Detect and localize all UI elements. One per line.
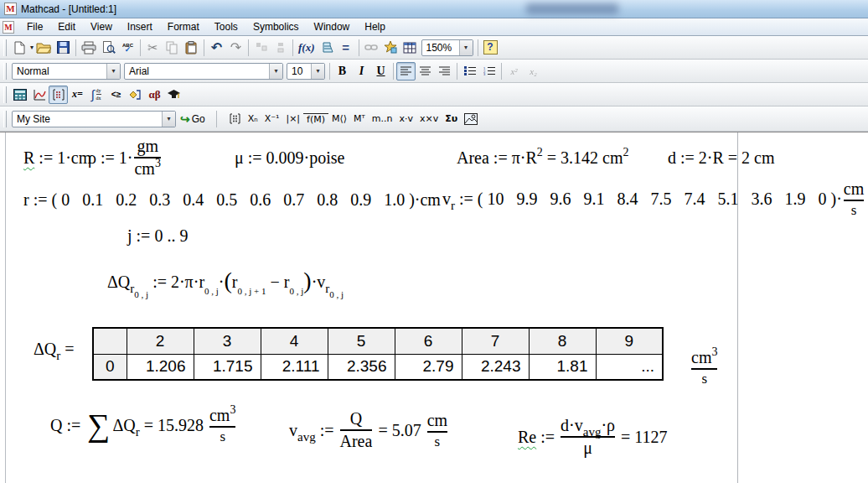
align-left-button[interactable] (396, 62, 416, 80)
evaluation-palette-button[interactable]: x= (68, 86, 87, 104)
programming-palette-button[interactable] (126, 86, 145, 104)
worksheet[interactable]: R := 1·cm ρ := 1· gm cm3 μ := 0.009·pois… (0, 132, 868, 483)
menu-view[interactable]: View (83, 19, 120, 35)
save-button[interactable] (54, 39, 73, 57)
paste-button[interactable] (182, 39, 201, 57)
matrix-dot-product-button[interactable]: x·v (396, 113, 417, 124)
menu-window[interactable]: Window (307, 19, 358, 35)
underline-icon: U (376, 65, 385, 78)
new-button[interactable] (10, 39, 29, 57)
matrix-palette-button[interactable] (49, 86, 68, 104)
matrix-range-button[interactable]: m..n (369, 113, 396, 124)
font-combobox[interactable]: Arial ▾ (124, 63, 283, 80)
bold-icon: B (338, 65, 346, 78)
insert-table-button[interactable] (400, 39, 420, 57)
go-button[interactable]: ↪ Go (178, 110, 208, 128)
matrix-vector-sum-button[interactable]: Συ (442, 113, 461, 124)
menu-edit[interactable]: Edit (50, 19, 83, 35)
underline-button[interactable]: U (371, 62, 390, 80)
matrix-subscript-button[interactable]: Xₙ (245, 113, 261, 124)
equation-vavg[interactable]: vavg := Q Area = 5.07 cm s (289, 409, 449, 451)
picture-button[interactable] (461, 110, 480, 128)
equation-rho[interactable]: ρ := 1· gm cm3 (88, 137, 163, 179)
zoom-dropdown-arrow[interactable]: ▾ (459, 40, 473, 55)
undo-button[interactable]: ↶ (207, 39, 226, 57)
matrix-determinant-button[interactable]: |×| (282, 113, 303, 124)
greek-palette-button[interactable]: αβ (145, 86, 164, 104)
numbered-list-button[interactable]: 123 (479, 62, 499, 80)
menu-tools[interactable]: Tools (207, 19, 245, 35)
print-button[interactable] (79, 39, 99, 57)
redo-button[interactable]: ↷ (226, 39, 245, 57)
open-button[interactable] (34, 39, 54, 57)
align-right-button[interactable] (435, 62, 454, 80)
help-button[interactable]: ? (481, 39, 500, 57)
insert-unit-button[interactable] (318, 39, 337, 57)
table-data-row: 0 1.206 1.715 2.111 2.356 2.79 2.243 1.8… (93, 354, 663, 380)
font-size-dropdown-arrow[interactable]: ▾ (311, 64, 324, 79)
matrix-insert-button[interactable] (225, 110, 245, 128)
calculate-button[interactable]: = (337, 39, 356, 57)
matrix-column-button[interactable]: M⟨⟩ (328, 113, 350, 124)
graph-palette-button[interactable] (29, 86, 49, 104)
equation-mu[interactable]: μ := 0.009·poise (235, 148, 344, 168)
boolean-palette-button[interactable]: <≥ (106, 86, 126, 104)
go-label: Go (192, 113, 205, 125)
resources-dropdown-arrow[interactable]: ▾ (162, 112, 175, 127)
align-down-button[interactable] (271, 39, 290, 57)
subscript-button[interactable]: x₂ (524, 62, 543, 80)
equation-r-vector[interactable]: r := ( 0 0.1 0.2 0.3 0.4 0.5 0.6 0.7 0.8… (23, 190, 441, 210)
separator (329, 63, 330, 80)
bullet-list-button[interactable] (460, 62, 479, 80)
zoom-combobox[interactable]: 150% ▾ (421, 39, 473, 56)
result-table[interactable]: 2 3 4 5 6 7 8 9 0 1.206 1.715 2.111 2.35… (92, 327, 664, 381)
menu-symbolics[interactable]: Symbolics (245, 19, 307, 35)
font-size-combobox[interactable]: 10 ▾ (287, 63, 325, 80)
italic-button[interactable]: I (352, 62, 371, 80)
align-center-button[interactable] (416, 62, 435, 80)
bold-button[interactable]: B (333, 62, 352, 80)
equation-area[interactable]: Area := π·R2 = 3.142 cm2 (457, 148, 629, 168)
font-dropdown-arrow[interactable]: ▾ (269, 64, 282, 79)
toolbar-drag-handle[interactable] (3, 86, 7, 103)
document-icon: M (3, 21, 14, 34)
resources-combobox[interactable]: My Site ▾ (12, 111, 176, 127)
style-dropdown-arrow[interactable]: ▾ (106, 64, 120, 79)
calculus-icon: ∫ dy dx (90, 87, 102, 101)
symbolic-palette-button[interactable] (164, 86, 183, 104)
redo-icon: ↷ (230, 39, 241, 55)
equation-R[interactable]: R := 1·cm (23, 148, 91, 168)
equation-d[interactable]: d := 2·R = 2 cm (668, 148, 775, 168)
matrix-cross-product-button[interactable]: x×v (416, 113, 442, 124)
symbolic-icon (167, 89, 181, 101)
equation-Q-sum[interactable]: Q := ∑ ΔQr = 15.928 cm3 s (50, 406, 237, 445)
spell-check-button[interactable]: ABC ✓ (118, 39, 137, 57)
toolbar-drag-handle[interactable] (3, 39, 7, 56)
toolbar-drag-handle[interactable] (3, 63, 7, 80)
equation-j-range[interactable]: j := 0 .. 9 (127, 226, 188, 246)
calculus-palette-button[interactable]: ∫ dy dx (87, 86, 106, 104)
superscript-button[interactable]: x² (504, 62, 524, 80)
toolbar-drag-handle[interactable] (3, 111, 7, 127)
insert-hyperlink-button[interactable] (362, 39, 381, 57)
align-across-button[interactable] (251, 39, 271, 57)
cut-button[interactable]: ✂ (143, 39, 163, 57)
matrix-inverse-button[interactable]: X⁻¹ (261, 113, 283, 124)
equation-Re[interactable]: Re := d·vavg·ρ μ = 1127 (518, 416, 668, 458)
equation-dq-definition[interactable]: ΔQr0 , j := 2·π·r0 , j·(r0 , j + 1 − r0 … (107, 267, 344, 293)
calculator-palette-button[interactable] (10, 86, 29, 104)
menu-insert[interactable]: Insert (120, 19, 160, 35)
table-col-header: 9 (596, 328, 663, 354)
insert-function-button[interactable]: f(x) (296, 39, 318, 57)
style-combobox[interactable]: Normal ▾ (12, 63, 121, 80)
copy-button[interactable] (163, 39, 182, 57)
matrix-vectorize-button[interactable]: f(M) (303, 113, 328, 125)
menu-file[interactable]: File (19, 19, 50, 35)
matrix-transpose-button[interactable]: Mᵀ (350, 113, 369, 124)
print-preview-button[interactable] (99, 39, 118, 57)
menu-format[interactable]: Format (160, 19, 207, 35)
insert-component-button[interactable] (381, 39, 400, 57)
table-label[interactable]: ΔQr = (34, 340, 79, 359)
equation-v-vector[interactable]: vr := ( 10 9.9 9.6 9.1 8.4 7.5 7.4 5.1 3… (442, 179, 865, 219)
menu-help[interactable]: Help (357, 19, 393, 35)
